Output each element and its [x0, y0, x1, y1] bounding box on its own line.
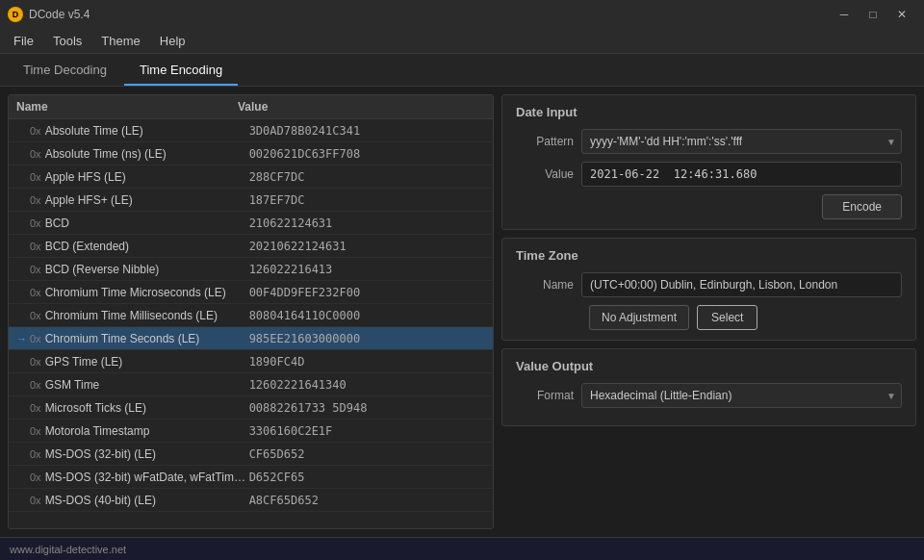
row-prefix: 0x — [30, 148, 41, 160]
tab-time-encoding[interactable]: Time Encoding — [124, 57, 238, 86]
row-name: Apple HFS+ (LE) — [45, 193, 249, 207]
table-row[interactable]: 0xMS-DOS (40-bit) (LE)A8CF65D652 — [9, 489, 493, 512]
date-input-title: Date Input — [516, 105, 902, 119]
row-value: CF65D652 — [249, 447, 485, 461]
row-value: D652CF65 — [249, 471, 485, 484]
row-prefix: 0x — [30, 379, 41, 391]
row-value: 288CF7DC — [249, 170, 485, 184]
col-header-value: Value — [238, 100, 485, 114]
table-row[interactable]: 0xBCD210622124631 — [9, 212, 493, 235]
menu-item-file[interactable]: File — [4, 30, 43, 52]
table-row[interactable]: 0xChromium Time Microseconds (LE)00F4DD9… — [9, 281, 493, 304]
row-prefix: 0x — [30, 241, 41, 252]
encode-btn-row: Encode — [516, 194, 902, 219]
no-adjustment-button[interactable]: No Adjustment — [589, 305, 689, 330]
tabs: Time Decoding Time Encoding — [0, 54, 924, 87]
row-name: Chromium Time Seconds (LE) — [45, 332, 249, 345]
table-body: 0xAbsolute Time (LE)3D0AD78B0241C3410xAb… — [9, 119, 493, 528]
menu-item-tools[interactable]: Tools — [43, 30, 91, 52]
value-input[interactable] — [581, 162, 902, 187]
row-value: 12602221641340 — [249, 378, 485, 392]
minimize-button[interactable]: ─ — [830, 0, 859, 29]
row-value: 210622124631 — [249, 216, 485, 230]
row-name: Chromium Time Milliseconds (LE) — [45, 309, 249, 322]
value-output-title: Value Output — [516, 359, 902, 373]
encode-button[interactable]: Encode — [822, 194, 902, 219]
date-input-section: Date Input Pattern yyyy-'MM'-'dd HH':'mm… — [501, 94, 916, 230]
row-prefix: 0x — [30, 356, 41, 368]
table-row[interactable]: 0xGSM Time12602221641340 — [9, 373, 493, 396]
time-zone-section: Time Zone Name No Adjustment Select — [501, 238, 916, 341]
encoding-table: Name Value 0xAbsolute Time (LE)3D0AD78B0… — [8, 94, 494, 529]
pattern-row: Pattern yyyy-'MM'-'dd HH':'mm':'ss'.'fff… — [516, 129, 902, 154]
value-label: Value — [516, 167, 574, 181]
table-row[interactable]: 0xAbsolute Time (LE)3D0AD78B0241C341 — [9, 119, 493, 142]
table-row[interactable]: 0xGPS Time (LE)1890FC4D — [9, 350, 493, 373]
menu-item-help[interactable]: Help — [150, 30, 195, 52]
table-row[interactable]: 0xApple HFS (LE)288CF7DC — [9, 165, 493, 189]
row-prefix: 0x — [30, 264, 41, 275]
format-select-wrapper: Hexadecimal (Little-Endian) Hexadecimal … — [581, 383, 902, 408]
row-value: 80804164110C0000 — [249, 309, 485, 322]
format-label: Format — [516, 389, 574, 402]
table-row[interactable]: →0xChromium Time Seconds (LE)985EE216030… — [9, 327, 493, 350]
row-prefix: 0x — [30, 310, 41, 321]
row-prefix: 0x — [30, 171, 41, 183]
tz-controls: No Adjustment Select — [516, 305, 902, 330]
row-value: 0020621DC63FF708 — [249, 147, 485, 161]
statusbar-url: www.digital-detective.net — [10, 544, 126, 555]
table-row[interactable]: 0xMS-DOS (32-bit) wFatDate, wFatTime (LE… — [9, 466, 493, 489]
row-prefix: 0x — [30, 495, 41, 506]
row-prefix: 0x — [30, 217, 41, 229]
main-content: Name Value 0xAbsolute Time (LE)3D0AD78B0… — [0, 87, 924, 537]
menubar: File Tools Theme Help — [0, 29, 924, 54]
row-name: Microsoft Ticks (LE) — [45, 401, 249, 415]
tz-name-label: Name — [516, 278, 574, 292]
restore-button[interactable]: □ — [859, 0, 887, 29]
table-row[interactable]: 0xChromium Time Milliseconds (LE)8080416… — [9, 304, 493, 327]
row-name: MS-DOS (32-bit) wFatDate, wFatTime (LE) — [45, 471, 249, 484]
table-row[interactable]: 0xMicrosoft Ticks (LE)00882261733 5D948 — [9, 396, 493, 420]
row-value: 00882261733 5D948 — [249, 401, 485, 415]
close-button[interactable]: ✕ — [887, 0, 916, 29]
row-prefix: 0x — [30, 333, 41, 344]
row-prefix: 0x — [30, 402, 41, 414]
row-prefix: 0x — [30, 471, 41, 483]
table-row[interactable]: 0xBCD (Reverse Nibble)126022216413 — [9, 258, 493, 281]
pattern-label: Pattern — [516, 135, 574, 148]
table-row[interactable]: 0xAbsolute Time (ns) (LE)0020621DC63FF70… — [9, 142, 493, 165]
row-prefix: 0x — [30, 425, 41, 437]
menu-item-theme[interactable]: Theme — [91, 30, 149, 52]
row-name: GSM Time — [45, 378, 249, 392]
row-name: BCD (Extended) — [45, 240, 249, 253]
select-timezone-button[interactable]: Select — [697, 305, 757, 330]
row-name: BCD (Reverse Nibble) — [45, 263, 249, 276]
row-name: MS-DOS (32-bit) (LE) — [45, 447, 249, 461]
time-zone-title: Time Zone — [516, 248, 902, 263]
tz-name-input[interactable] — [581, 272, 902, 297]
row-value: 985EE21603000000 — [249, 332, 485, 345]
table-row[interactable]: 0xApple HFS+ (LE)187EF7DC — [9, 189, 493, 212]
tab-time-decoding[interactable]: Time Decoding — [8, 57, 122, 86]
format-row: Format Hexadecimal (Little-Endian) Hexad… — [516, 383, 902, 408]
table-row[interactable]: 0xMS-DOS (32-bit) (LE)CF65D652 — [9, 443, 493, 466]
row-prefix: 0x — [30, 125, 41, 137]
row-prefix: 0x — [30, 448, 41, 460]
row-arrow-icon: → — [16, 333, 30, 344]
row-value: 20210622124631 — [249, 240, 485, 253]
table-row[interactable]: 0xMotorola Timestamp3306160C2E1F — [9, 420, 493, 443]
value-row: Value — [516, 162, 902, 187]
row-name: GPS Time (LE) — [45, 355, 249, 369]
row-value: 00F4DD9FEF232F00 — [249, 286, 485, 299]
row-value: A8CF65D652 — [249, 494, 485, 507]
table-row[interactable]: 0xBCD (Extended)20210622124631 — [9, 235, 493, 258]
titlebar: D DCode v5.4 ─ □ ✕ — [0, 0, 924, 29]
row-value: 126022216413 — [249, 263, 485, 276]
format-select[interactable]: Hexadecimal (Little-Endian) Hexadecimal … — [581, 383, 902, 408]
table-header: Name Value — [9, 95, 493, 119]
row-prefix: 0x — [30, 194, 41, 206]
tz-name-row: Name — [516, 272, 902, 297]
pattern-select[interactable]: yyyy-'MM'-'dd HH':'mm':'ss'.'fff — [581, 129, 902, 154]
row-name: MS-DOS (40-bit) (LE) — [45, 494, 249, 507]
pattern-select-wrapper: yyyy-'MM'-'dd HH':'mm':'ss'.'fff ▼ — [581, 129, 902, 154]
